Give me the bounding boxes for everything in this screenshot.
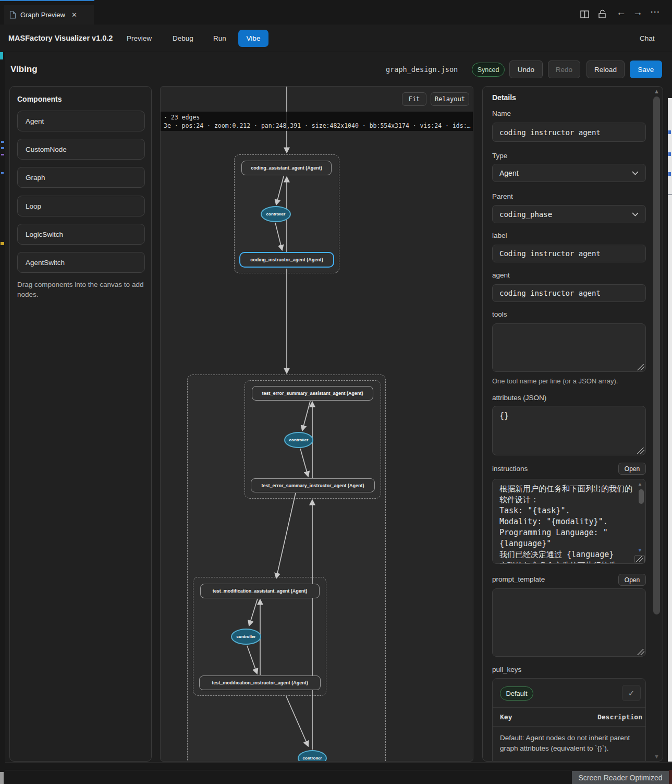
- component-agentswitch[interactable]: AgentSwitch: [17, 252, 145, 273]
- filename: graph_design.json: [386, 65, 458, 74]
- name-label: Name: [492, 110, 511, 117]
- page-title: Vibing: [10, 64, 38, 75]
- minimap-speck: [1, 154, 4, 155]
- sidebar-title: Components: [17, 95, 62, 103]
- app-title: MASFactory Visualizer v1.0.2: [8, 34, 113, 42]
- window-sliver-fragment: [668, 130, 671, 134]
- tools-textarea[interactable]: [492, 323, 646, 372]
- screen-reader-badge[interactable]: Screen Reader Optimized: [572, 771, 669, 784]
- pull-keys-label: pull_keys: [492, 666, 521, 673]
- prompt-template-open-button[interactable]: Open: [618, 574, 646, 586]
- node-test-error-summary-assistant-agent[interactable]: test_error_summary_assistant_agent (Agen…: [252, 386, 373, 401]
- details-scrollbar-thumb[interactable]: [653, 97, 660, 614]
- details-title: Details: [492, 93, 516, 102]
- agent-label: agent: [492, 271, 510, 279]
- scroll-up-icon[interactable]: ▲: [654, 88, 659, 94]
- node-coding-assistant-agent[interactable]: coding_assistant_agent (Agent): [241, 161, 332, 175]
- node-controller-coding[interactable]: controller: [261, 206, 291, 222]
- node-test-modification-assistant-agent[interactable]: test_modification_assistant_agent (Agent…: [200, 584, 320, 598]
- unlock-icon[interactable]: [598, 9, 607, 19]
- resize-handle[interactable]: [636, 556, 643, 562]
- scroll-down-icon[interactable]: ▼: [638, 548, 642, 553]
- instructions-label: instructions: [492, 465, 528, 473]
- split-editor-icon[interactable]: [580, 9, 589, 19]
- tools-hint: One tool name per line (or a JSON array)…: [492, 377, 618, 385]
- component-logicswitch[interactable]: LogicSwitch: [17, 224, 145, 245]
- save-button[interactable]: Save: [630, 61, 662, 78]
- pull-keys-default-chip[interactable]: Default: [500, 686, 533, 701]
- fit-button[interactable]: Fit: [402, 92, 426, 106]
- label-label: label: [492, 232, 507, 239]
- agent-field[interactable]: [492, 284, 646, 302]
- minimap-speck: [0, 52, 3, 59]
- prompt-template-textarea[interactable]: [492, 588, 646, 657]
- undo-button[interactable]: Undo: [509, 61, 543, 78]
- type-label: Type: [492, 152, 507, 160]
- status-line-1: · 23 edges: [164, 113, 471, 122]
- node-test-modification-instructor-agent[interactable]: test_modification_instructor_agent (Agen…: [199, 676, 321, 690]
- component-customnode[interactable]: CustomNode: [17, 139, 145, 160]
- back-arrow-icon[interactable]: ←: [616, 7, 626, 18]
- menu-preview[interactable]: Preview: [127, 34, 152, 42]
- component-agent[interactable]: Agent: [17, 111, 145, 131]
- scroll-down-icon[interactable]: ▼: [654, 753, 659, 759]
- window-sliver-fragment: [668, 194, 672, 195]
- sync-status-badge: Synced: [472, 63, 505, 77]
- resize-handle[interactable]: [637, 448, 644, 454]
- node-test-error-summary-instructor-agent[interactable]: test_error_summary_instructor_agent (Age…: [251, 478, 375, 492]
- relayout-button[interactable]: Relayout: [431, 92, 469, 106]
- window-sliver-fragment: [668, 152, 671, 156]
- chevron-down-icon: [632, 212, 639, 216]
- instructions-scrollbar-thumb[interactable]: [639, 489, 644, 504]
- status-line-2: 3e · pos:24 · zoom:0.212 · pan:248,391 ·…: [164, 122, 471, 130]
- prompt-template-label: prompt_template: [492, 575, 545, 583]
- parent-select-value: coding_phase: [499, 210, 552, 219]
- minimap-speck: [1, 141, 4, 143]
- instructions-textarea[interactable]: 根据新用户的任务和下面列出的我们的软件设计： Task: "{task}". M…: [492, 479, 646, 564]
- forward-arrow-icon[interactable]: →: [633, 7, 643, 18]
- key-column-header: Key: [500, 713, 512, 721]
- instructions-open-button[interactable]: Open: [618, 463, 646, 475]
- node-coding-instructor-agent-selected[interactable]: coding_instructor_agent (Agent): [239, 252, 334, 268]
- parent-select[interactable]: coding_phase: [492, 205, 646, 223]
- component-graph[interactable]: Graph: [17, 167, 145, 188]
- edge-artifact: [669, 770, 672, 784]
- menu-chat[interactable]: Chat: [640, 34, 655, 42]
- resize-handle[interactable]: [637, 364, 644, 370]
- node-controller-test-modification[interactable]: controller: [231, 629, 261, 645]
- sidebar-hint: Drag components into the canvas to add n…: [17, 280, 149, 299]
- more-actions-icon[interactable]: ⋯: [650, 6, 660, 17]
- window-sliver-fragment: [668, 172, 671, 176]
- close-icon[interactable]: ✕: [71, 11, 77, 19]
- tab-graph-preview[interactable]: Graph Preview ✕: [4, 5, 94, 25]
- parent-label: Parent: [492, 192, 513, 200]
- label-field[interactable]: [492, 245, 646, 262]
- type-select-value: Agent: [499, 169, 519, 177]
- redo-button[interactable]: Redo: [548, 61, 580, 78]
- component-loop[interactable]: Loop: [17, 196, 145, 216]
- tab-title: Graph Preview: [20, 11, 65, 19]
- attributes-label: attributes (JSON): [492, 394, 546, 402]
- components-sidebar: Components Agent CustomNode Graph Loop L…: [9, 86, 152, 762]
- menu-debug[interactable]: Debug: [173, 34, 193, 42]
- check-icon[interactable]: ✓: [622, 685, 641, 701]
- scroll-up-icon[interactable]: ▲: [638, 481, 642, 487]
- menu-run[interactable]: Run: [213, 34, 226, 42]
- graph-edges: [161, 87, 473, 762]
- left-edge-minimap-strip: [0, 52, 5, 784]
- minimap-speck: [1, 172, 4, 174]
- minimap-speck: [1, 242, 4, 245]
- description-column-header: Description: [597, 713, 642, 721]
- vibe-button[interactable]: Vibe: [238, 30, 268, 47]
- details-panel: Details Name Type Agent Parent coding_ph…: [482, 86, 663, 762]
- type-select[interactable]: Agent: [492, 164, 646, 182]
- name-field[interactable]: [492, 123, 646, 142]
- pull-keys-header-row: Key Description: [493, 707, 645, 727]
- right-edge-window-sliver: [668, 98, 672, 762]
- node-controller-test-error-summary[interactable]: controller: [284, 432, 313, 448]
- graph-canvas[interactable]: coding_assistant_agent (Agent) controlle…: [160, 86, 473, 762]
- attributes-textarea[interactable]: {}: [492, 406, 646, 455]
- resize-handle[interactable]: [637, 649, 644, 655]
- reload-button[interactable]: Reload: [587, 61, 625, 78]
- chevron-down-icon: [632, 171, 639, 175]
